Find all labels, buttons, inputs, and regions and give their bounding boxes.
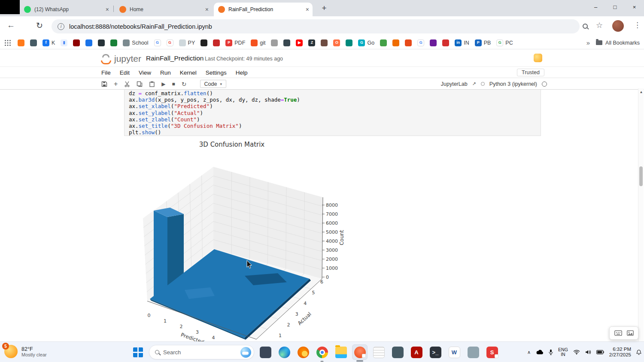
bookmark-item-15[interactable]: PPDF [225, 39, 245, 46]
wifi-icon[interactable] [573, 350, 580, 355]
tab-rainfall-prediction[interactable]: RainFall_Prediction × [214, 3, 313, 16]
taskbar-app-terminal[interactable]: >_ [428, 344, 443, 360]
bookmark-item-9[interactable]: School [123, 39, 148, 46]
taskbar-chrome[interactable] [314, 344, 330, 360]
taskbar-firefox[interactable] [295, 344, 311, 360]
notebook-title[interactable]: RainFall_Prediction [146, 54, 204, 62]
taskbar-edge[interactable] [276, 344, 292, 360]
tab-close-icon[interactable]: × [106, 6, 109, 13]
menu-settings[interactable]: Settings [206, 69, 227, 76]
bookmark-item-16[interactable]: git [251, 39, 265, 46]
new-tab-button[interactable]: + [319, 3, 329, 13]
bookmark-item-23[interactable] [346, 39, 352, 46]
save-icon[interactable] [101, 81, 107, 87]
paste-cell-icon[interactable] [149, 81, 155, 87]
scrollbar-thumb[interactable] [639, 166, 643, 186]
add-cell-icon[interactable]: + [114, 81, 118, 87]
taskbar-file-explorer[interactable] [333, 344, 349, 360]
notebook-scrollbar[interactable]: ▲ [638, 88, 644, 341]
taskbar-app-slate[interactable] [258, 344, 273, 360]
menu-help[interactable]: Help [236, 69, 248, 76]
bookmark-item-25[interactable] [380, 39, 387, 46]
menu-kernel[interactable]: Kernel [180, 69, 197, 76]
taskbar-app-light-doc[interactable] [371, 344, 386, 360]
bookmark-item-22[interactable]: O [333, 39, 340, 46]
restart-kernel-icon[interactable]: ↻ [182, 81, 187, 87]
bookmark-item-3[interactable]: fK [43, 39, 55, 46]
bookmark-item-26[interactable] [392, 39, 399, 46]
bookmark-star-icon[interactable]: ☆ [596, 21, 603, 30]
bookmark-item-1[interactable] [18, 39, 24, 46]
start-button[interactable] [130, 344, 146, 360]
language-indicator[interactable]: ENG IN [558, 347, 568, 357]
battery-icon[interactable] [596, 350, 604, 354]
taskbar-app-gray[interactable] [465, 344, 481, 360]
tab-whatsapp[interactable]: (12) WhatsApp × [20, 3, 112, 16]
bookmark-item-20[interactable]: Z [308, 39, 315, 46]
weather-widget[interactable]: 5 82°F Mostly clear [4, 345, 47, 358]
bookmarks-overflow-icon[interactable]: » [586, 39, 590, 46]
floating-capture-widget[interactable] [609, 326, 638, 340]
bookmark-item-8[interactable] [110, 39, 117, 46]
taskbar-search[interactable]: Search [149, 345, 254, 359]
jupyterlab-link[interactable]: JupyterLab [441, 81, 468, 87]
taskbar-browser-orange[interactable] [352, 344, 368, 360]
cut-cell-icon[interactable] [124, 81, 130, 87]
menu-file[interactable]: File [101, 69, 111, 76]
menu-run[interactable]: Run [160, 69, 171, 76]
bookmark-item-21[interactable] [321, 39, 328, 46]
onedrive-cloud-icon[interactable] [536, 350, 544, 355]
close-button[interactable]: × [625, 0, 644, 14]
bookmark-item-17[interactable] [271, 39, 278, 46]
minimize-button[interactable]: – [586, 0, 605, 14]
bookmark-item-11[interactable]: G [167, 39, 173, 46]
volume-icon[interactable] [585, 350, 591, 355]
bookmark-item-32[interactable]: PPB [475, 39, 491, 46]
microphone-icon[interactable] [549, 349, 553, 355]
jupyter-logo[interactable]: jupyter [100, 53, 141, 64]
bookmark-item-12[interactable]: PY [179, 39, 195, 46]
notifications-bell-icon[interactable] [636, 350, 641, 355]
bookmark-item-4[interactable]: ▮ [61, 39, 67, 46]
bookmark-item-13[interactable] [200, 39, 207, 46]
bookmark-item-24[interactable]: GGo [358, 39, 374, 46]
refresh-icon[interactable]: ↻ [36, 21, 43, 30]
profile-avatar[interactable] [612, 20, 624, 32]
trusted-badge[interactable]: Trusted [517, 69, 544, 76]
menu-edit[interactable]: Edit [120, 69, 130, 76]
run-cell-icon[interactable]: ▶ [161, 81, 165, 87]
tab-close-icon[interactable]: × [205, 6, 209, 13]
menu-view[interactable]: View [139, 69, 151, 76]
bookmark-item-30[interactable] [442, 39, 449, 46]
browser-menu-icon[interactable]: ⋮ [634, 21, 641, 30]
taskbar-app-dark[interactable] [390, 344, 405, 360]
stop-kernel-icon[interactable]: ■ [172, 81, 175, 87]
bookmark-item-28[interactable]: G [417, 39, 424, 46]
bookmark-item-10[interactable]: G [154, 39, 161, 46]
kernel-name[interactable]: Python 3 (ipykernel) [489, 81, 537, 87]
tab-home[interactable]: Home × [115, 3, 212, 16]
all-bookmarks-button[interactable]: All Bookmarks [596, 40, 640, 46]
tray-expand-icon[interactable]: ∧ [527, 350, 531, 355]
bookmark-item-14[interactable] [213, 39, 220, 46]
bookmark-item-18[interactable] [283, 39, 290, 46]
clock[interactable]: 6:32 PM 2/27/2025 [609, 347, 631, 358]
site-info-icon[interactable]: i [58, 23, 64, 30]
bookmark-item-27[interactable] [405, 39, 412, 46]
bookmark-item-5[interactable] [73, 39, 80, 46]
zoom-icon[interactable] [583, 23, 588, 30]
cell-type-dropdown[interactable]: Code ▾ [200, 80, 226, 88]
tab-close-icon[interactable]: × [306, 6, 309, 13]
code-cell[interactable]: dz = conf_matrix.flatten()ax.bar3d(x_pos… [124, 90, 541, 136]
bookmark-item-6[interactable] [85, 39, 92, 46]
taskbar-app-red-acrobat[interactable]: A [409, 344, 424, 360]
bookmark-item-2[interactable] [30, 39, 37, 46]
back-icon[interactable]: ← [7, 21, 15, 30]
bookmark-item-31[interactable]: inIN [455, 39, 469, 46]
bookmark-item-29[interactable] [430, 39, 437, 46]
address-bar[interactable]: i localhost:8888/notebooks/RainFall_Pred… [52, 19, 580, 33]
bookmark-item-7[interactable] [98, 39, 105, 46]
copy-cell-icon[interactable] [137, 81, 143, 87]
taskbar-app-scarlet[interactable]: S [484, 344, 500, 360]
apps-grid-icon[interactable] [4, 39, 11, 46]
